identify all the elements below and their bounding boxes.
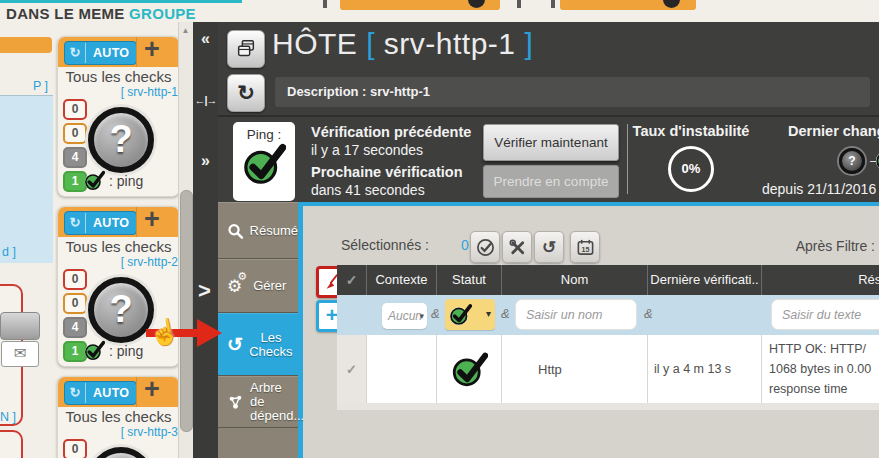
header-separator (218, 115, 879, 117)
auto-refresh-button[interactable]: ↻ AUTO (64, 41, 137, 65)
edge-gray-button[interactable] (0, 312, 40, 340)
contexte-filter-dropdown[interactable]: Aucun ▾ (382, 303, 427, 329)
tab-label: Résumé (250, 224, 298, 238)
tab-label: Arbre de dépend... (250, 381, 298, 423)
same-group-prefix: DANS LE MEME (6, 5, 129, 22)
column-statut[interactable]: Statut (437, 265, 502, 295)
and-separator: & (644, 306, 653, 321)
active-tab-border-top (298, 202, 879, 206)
envelope-icon: ✉ (14, 344, 27, 361)
tab-arbre-dependances[interactable]: Arbre de dépend... (218, 376, 298, 428)
host-tabs-nav: Résumé ⚙⚙ Gérer ↺ Les Checks Arbre de dé… (218, 202, 298, 458)
scrollbar-thumb[interactable] (180, 190, 193, 432)
cell-resultat: HTTP OK: HTTP/ 1068 bytes in 0.00 respon… (762, 335, 879, 403)
host-card-srv-http-1[interactable]: ↻ AUTO + Tous les checks [ srv-http-1 0 … (57, 36, 180, 197)
tab-les-checks[interactable]: ↺ Les Checks (218, 313, 298, 376)
last-change-since: depuis 21/11/2016 (762, 181, 876, 197)
badge-unknown[interactable]: 4 (63, 317, 87, 338)
status-badges: 0 (63, 439, 87, 458)
add-icon[interactable]: + (144, 36, 160, 65)
description-field[interactable]: Description : srv-http-1 (275, 77, 870, 107)
calendar-day: 15 (581, 245, 589, 253)
scrollbar-up-icon[interactable]: ▲ (179, 24, 192, 38)
windows-stack-icon (235, 38, 257, 60)
result-filter-input[interactable] (771, 299, 879, 330)
auto-refresh-button[interactable]: ↻ AUTO (64, 211, 137, 235)
undo-icon: ↺ (542, 237, 556, 258)
annotation-arrow-head (197, 319, 222, 347)
add-icon[interactable]: + (144, 376, 160, 405)
tab-label: Gérer (253, 279, 286, 293)
name-filter-input[interactable] (515, 299, 637, 330)
expand-right-icon[interactable]: » (193, 152, 218, 170)
check-now-button[interactable]: Vérifier maintenant (483, 124, 619, 161)
chevron-down-icon: ▾ (486, 308, 491, 319)
cell-contexte (367, 335, 437, 403)
notification-button[interactable]: ✉ (1, 341, 39, 367)
card-title: Tous les checks (58, 68, 179, 85)
badge-unknown[interactable]: 4 (63, 147, 87, 168)
column-resultat[interactable]: Résultat (762, 265, 879, 295)
selected-count: 0 (461, 237, 469, 253)
card-host-name[interactable]: [ srv-http-1 (121, 85, 178, 99)
chevron-down-icon: ▾ (419, 303, 424, 329)
check-row-http[interactable]: ✓ Http il y a 4 m 13 s HTTP OK: HTTP/ 10… (337, 335, 879, 404)
panel-splitter[interactable] (193, 22, 218, 458)
next-check-value: dans 41 secondes (311, 182, 425, 198)
refresh-icon: ↻ (237, 81, 255, 105)
add-icon[interactable]: + (144, 206, 160, 235)
top-fragment-tick (551, 0, 555, 8)
result-line: response time (769, 379, 871, 399)
recheck-selection-button[interactable]: ↺ (534, 231, 564, 263)
host-card-srv-http-3[interactable]: ↻ AUTO + Tous les checks [ srv-http-3 0 … (57, 376, 180, 458)
select-all-header[interactable]: ✓ (337, 265, 367, 295)
column-contexte[interactable]: Contexte (367, 265, 437, 295)
page-title: HÔTE [ srv-http-1 ] (272, 27, 533, 61)
fragment-dot-icon (663, 0, 680, 8)
badge-warning[interactable]: 0 (63, 293, 87, 314)
windows-stack-button[interactable] (227, 30, 265, 68)
header-divider (136, 207, 137, 237)
column-derniere-verification[interactable]: Dernière vérificati.. (648, 265, 762, 295)
collapse-left-icon[interactable]: « (193, 30, 218, 48)
and-separator: & (501, 306, 510, 321)
card-host-name[interactable]: [ srv-http-3 (121, 425, 178, 439)
previous-state-unknown-icon: ? (839, 148, 865, 174)
badge-critical[interactable]: 0 (63, 439, 87, 458)
and-separator: & (431, 306, 440, 321)
fragment-dot-icon (468, 0, 485, 8)
schedule-selection-button[interactable]: 15 (570, 231, 600, 263)
acknowledge-selection-button[interactable] (470, 231, 500, 263)
auto-refresh-button[interactable]: ↻ AUTO (64, 381, 137, 405)
check-circle-icon (476, 238, 495, 257)
mouse-cursor-icon: ☝ (147, 316, 182, 350)
tools-selection-button[interactable] (502, 231, 532, 263)
refresh-icon: ↻ (65, 213, 86, 233)
card-header: ↻ AUTO + (58, 207, 179, 237)
resize-handle-icon[interactable]: ←|→ (193, 94, 218, 106)
refresh-icon: ↻ (65, 383, 86, 403)
checks-filter-row: Aucun ▾ & ▾ & & (337, 295, 879, 335)
acknowledge-button[interactable]: Prendre en compte (483, 165, 619, 198)
host-status-unknown-icon: ? (88, 277, 154, 343)
badge-critical[interactable]: 0 (63, 269, 87, 290)
app-root: DANS LE MEME GROUPE P ] d ] ✉ N ] ↻ AUTO… (0, 0, 879, 458)
tab-gerer[interactable]: ⚙⚙ Gérer (218, 259, 298, 313)
expand-chevron-icon[interactable]: > (192, 278, 217, 304)
edge-blue-panel (0, 95, 53, 263)
badge-critical[interactable]: 0 (63, 99, 87, 120)
column-nom[interactable]: Nom (502, 265, 648, 295)
tab-resume[interactable]: Résumé (218, 202, 298, 259)
edge-host-tag: P ] (0, 79, 48, 93)
prev-check-title: Vérification précédente (311, 124, 471, 140)
dependency-tree-icon (227, 394, 244, 411)
refresh-button[interactable]: ↻ (227, 74, 265, 112)
card-host-name[interactable]: [ srv-http-2 (121, 255, 178, 269)
ping-status-box: Ping : (233, 122, 295, 201)
badge-warning[interactable]: 0 (63, 123, 87, 144)
row-select-check[interactable]: ✓ (337, 335, 367, 403)
statut-filter-dropdown[interactable]: ▾ (445, 299, 495, 330)
last-change-title: Dernier changement (788, 123, 879, 139)
resize-left-arrow: ← (194, 94, 204, 106)
ok-check-icon (84, 340, 105, 361)
